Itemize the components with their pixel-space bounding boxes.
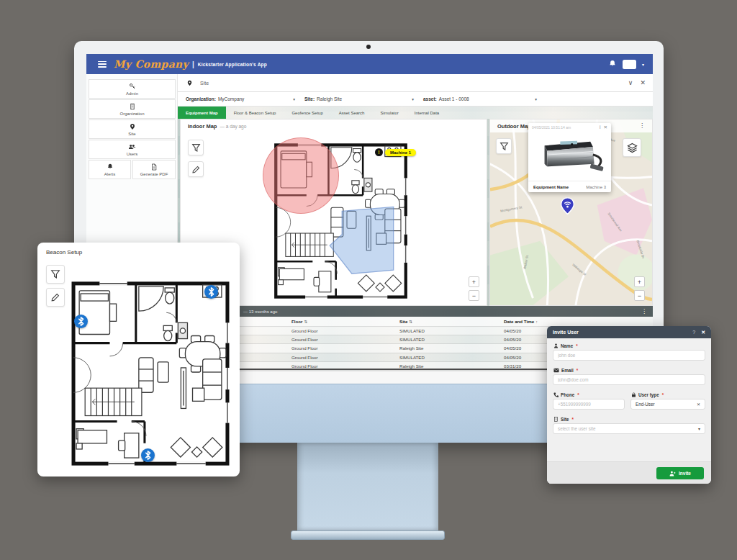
- user-type-field-label: User type*: [631, 392, 664, 397]
- tab-equipment-map[interactable]: Equipment Map: [178, 107, 226, 119]
- person-plus-icon: [669, 471, 676, 477]
- panel-title: Outdoor Map: [497, 123, 531, 130]
- column-header-site[interactable]: Site⇅: [396, 317, 504, 326]
- key-icon: [129, 83, 136, 90]
- sidebar-item-users[interactable]: Users: [89, 140, 176, 159]
- name-input[interactable]: [553, 350, 705, 361]
- table-header-row: Floor⇅ Site⇅ Date and Time↑: [180, 317, 653, 326]
- panel-menu-icon[interactable]: ⋮: [639, 123, 645, 129]
- beacon-floorplan[interactable]: [71, 279, 230, 468]
- tab-internal-data[interactable]: Internal Data: [407, 107, 447, 119]
- sidebar-item-label: Alerts: [104, 172, 115, 176]
- outdoor-zoom-out-button[interactable]: −: [634, 290, 645, 301]
- clear-selection-icon[interactable]: ✕: [697, 402, 700, 407]
- site-select-placeholder: select the user site: [558, 426, 596, 431]
- tab-asset-search[interactable]: Asset Search: [331, 107, 373, 119]
- table-timestamp: — 13 months ago: [243, 310, 277, 314]
- filter-bar: Organization: MyCompany ▾ Site: Raleigh …: [178, 92, 653, 107]
- bluetooth-beacon-icon[interactable]: [141, 448, 155, 462]
- sort-icon: ↑: [535, 320, 538, 324]
- sidebar-item-label: Admin: [126, 91, 138, 96]
- popup-footer: Equipment Name Machine 3: [528, 181, 611, 192]
- camera-dot: [366, 45, 371, 49]
- email-input[interactable]: [553, 374, 705, 385]
- equipment-photo: [531, 132, 608, 178]
- person-icon: [553, 343, 559, 348]
- panel-timestamp: — a day ago: [220, 124, 246, 129]
- panel-title: Indoor Map: [188, 123, 217, 130]
- bluetooth-beacon-icon[interactable]: [204, 285, 218, 299]
- beacon-filter-button[interactable]: [46, 265, 65, 284]
- pencil-icon: [50, 292, 60, 302]
- funnel-icon: [499, 142, 509, 151]
- bell-icon: [107, 163, 114, 171]
- popup-header: 04/05/2021 10:51:14 am i ✕: [528, 123, 611, 131]
- map-layers-button[interactable]: [623, 138, 641, 157]
- beacon-setup-title: Beacon Setup: [46, 249, 82, 256]
- sidebar-item-organization[interactable]: Organization: [89, 99, 176, 119]
- phone-input[interactable]: [553, 399, 625, 410]
- help-icon[interactable]: ?: [692, 330, 695, 335]
- beacon-setup-card: Beacon Setup: [37, 243, 240, 477]
- sidebar-item-alerts[interactable]: Alerts: [89, 160, 131, 179]
- column-header-datetime[interactable]: Date and Time↑: [504, 317, 653, 326]
- outdoor-filter-button[interactable]: [496, 138, 512, 154]
- dialog-footer: Invite: [547, 461, 711, 484]
- hamburger-menu-icon[interactable]: [98, 61, 107, 68]
- user-type-value: End-User: [636, 402, 655, 407]
- equipment-name-value[interactable]: Machine 3: [586, 185, 606, 189]
- asset-filter[interactable]: asset: Asset 1 - 0008 ▾: [423, 96, 537, 101]
- tab-geofence-setup[interactable]: Geofence Setup: [284, 107, 330, 119]
- equipment-name-label: Equipment Name: [533, 185, 569, 189]
- bell-icon[interactable]: [608, 60, 617, 68]
- layers-icon: [627, 143, 638, 153]
- required-asterisk: *: [577, 392, 579, 397]
- pdf-file-icon: [150, 163, 158, 171]
- sidebar-item-admin[interactable]: Admin: [89, 79, 176, 99]
- required-asterisk: *: [576, 343, 577, 348]
- site-filter[interactable]: Site: Raleigh Site ▾: [304, 96, 414, 101]
- sidebar-item-generate-pdf[interactable]: Generate PDF: [132, 160, 176, 179]
- indoor-edit-button[interactable]: [188, 161, 204, 177]
- tab-floor-beacon-setup[interactable]: Floor & Beacon Setup: [226, 107, 284, 119]
- alert-icon: !: [375, 148, 383, 156]
- caret-down-icon: ▾: [293, 97, 295, 101]
- outdoor-map-panel: Montgomery St Berkeley Ave Smallwood Ave…: [489, 119, 653, 306]
- filter-label: Site:: [304, 96, 315, 101]
- user-avatar[interactable]: [623, 60, 636, 69]
- user-type-select[interactable]: End-User ✕: [630, 399, 705, 410]
- beacon-edit-button[interactable]: [46, 288, 65, 307]
- monitor-stand: [297, 443, 438, 530]
- indoor-zoom-in-button[interactable]: +: [469, 276, 479, 287]
- dialog-title: Invite User: [553, 330, 579, 335]
- invite-button[interactable]: Invite: [656, 467, 704, 479]
- organization-filter[interactable]: Organization: MyCompany ▾: [186, 96, 295, 101]
- sort-icon: ⇅: [304, 320, 307, 324]
- users-icon: [128, 143, 136, 150]
- envelope-icon: [553, 368, 559, 373]
- app-title: Kickstarter Application's App: [198, 62, 267, 67]
- tab-simulator[interactable]: Simulator: [372, 107, 406, 119]
- popup-close-icon[interactable]: ✕: [604, 125, 607, 130]
- machine-marker[interactable]: ! Machine 1: [375, 148, 416, 156]
- outdoor-zoom-in-button[interactable]: +: [634, 276, 645, 287]
- sidebar-item-label: Site: [128, 132, 135, 136]
- close-icon[interactable]: ✕: [701, 330, 705, 335]
- filter-value: MyCompany: [218, 96, 244, 101]
- site-select[interactable]: select the user site ▾: [553, 423, 705, 434]
- equipment-popup: 04/05/2021 10:51:14 am i ✕: [528, 123, 611, 192]
- sidebar-item-site[interactable]: Site: [89, 119, 176, 139]
- geofence-red-zone[interactable]: [263, 137, 339, 214]
- asset-pin-icon[interactable]: [560, 197, 575, 215]
- indoor-zoom-out-button[interactable]: −: [469, 290, 479, 301]
- indoor-filter-button[interactable]: [188, 140, 204, 155]
- table-menu-icon[interactable]: ⋮: [641, 309, 647, 315]
- required-asterisk: *: [577, 368, 578, 373]
- name-field-label: Name*: [553, 343, 578, 348]
- tab-bar: Equipment Map Floor & Beacon Setup Geofe…: [178, 107, 653, 119]
- popup-info-icon[interactable]: i: [600, 125, 600, 130]
- user-menu-caret-icon[interactable]: ▾: [642, 62, 644, 67]
- bluetooth-beacon-icon[interactable]: [74, 315, 88, 328]
- invite-user-dialog: Invite User ? ✕ Name* Email* Phone* User…: [547, 326, 711, 484]
- sidebar-item-label: Generate PDF: [140, 172, 168, 176]
